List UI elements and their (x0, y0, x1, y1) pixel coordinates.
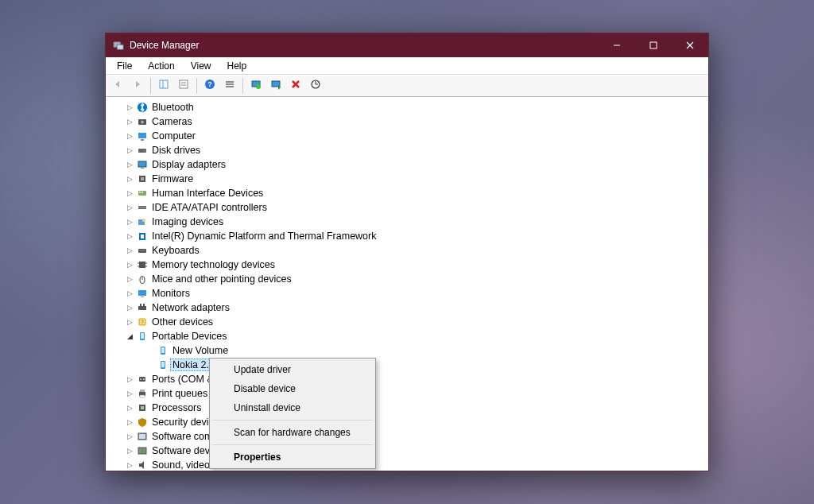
chevron-right-icon[interactable]: ▷ (125, 389, 134, 398)
tree-node-intel-dptf[interactable]: ▷Intel(R) Dynamic Platform and Thermal F… (106, 229, 708, 243)
uninstall-toolbar-button[interactable] (287, 77, 304, 95)
chevron-right-icon[interactable]: ▷ (125, 131, 134, 141)
tree-node-nokia[interactable]: ▷Nokia 2.3 (106, 358, 708, 372)
menu-view[interactable]: View (183, 59, 219, 73)
chevron-right-icon[interactable]: ▷ (125, 417, 134, 427)
printer-icon (136, 387, 149, 400)
chevron-right-icon[interactable]: ▷ (125, 231, 134, 241)
intel-icon (136, 230, 149, 242)
tree-node-computer[interactable]: ▷Computer (106, 129, 708, 143)
properties-toolbar-button[interactable] (175, 77, 192, 95)
chevron-right-icon[interactable]: ▷ (125, 246, 134, 255)
tree-node-print-queues[interactable]: ▷Print queues (106, 386, 708, 401)
tree-node-portable-devices[interactable]: ◢Portable Devices (106, 329, 708, 343)
tree-node-cameras[interactable]: ▷Cameras (106, 114, 708, 129)
chevron-right-icon[interactable]: ▷ (125, 289, 134, 298)
tree-node-keyboards[interactable]: ▷Keyboards (106, 243, 708, 258)
tree-node-label: Computer (152, 130, 196, 142)
device-tree[interactable]: ▷Bluetooth ▷Cameras ▷Computer ▷Disk driv… (106, 97, 708, 471)
device-manager-window: Device Manager File Action View Help (105, 33, 709, 471)
chevron-right-icon[interactable]: ▷ (125, 403, 134, 413)
chevron-right-icon[interactable]: ▷ (125, 446, 134, 456)
chevron-right-icon[interactable]: ▷ (125, 260, 134, 269)
chevron-right-icon[interactable]: ▷ (125, 217, 134, 227)
help-toolbar-button[interactable]: ? (201, 77, 219, 95)
svg-rect-34 (139, 192, 141, 193)
chevron-right-icon[interactable]: ▷ (125, 303, 134, 312)
ctx-update-driver[interactable]: Update driver (211, 360, 374, 379)
chevron-right-icon[interactable]: ▷ (125, 103, 134, 112)
chevron-right-icon[interactable]: ▷ (125, 274, 134, 284)
install-driver-toolbar-button[interactable] (267, 77, 285, 95)
back-button[interactable] (109, 77, 126, 95)
software-device-icon (136, 444, 149, 457)
tree-node-label: Print queues (152, 388, 207, 399)
tree-node-imaging[interactable]: ▷Imaging devices (106, 215, 708, 229)
tree-node-software-components[interactable]: ▷Software com (106, 429, 708, 444)
disk-icon (136, 144, 149, 157)
tree-node-memory[interactable]: ▷Memory technology devices (106, 258, 708, 272)
svg-rect-63 (161, 362, 165, 367)
maximize-button[interactable] (635, 33, 672, 57)
tree-node-label: Keyboards (152, 245, 200, 256)
red-x-icon (290, 79, 301, 93)
tree-node-label: Other devices (152, 316, 213, 328)
chevron-right-icon[interactable]: ▷ (125, 117, 134, 126)
tree-node-software-devices[interactable]: ▷Software dev (106, 444, 708, 458)
tree-node-label: Memory technology devices (152, 259, 275, 270)
chevron-right-icon[interactable]: ▷ (125, 317, 134, 327)
chevron-right-icon[interactable]: ▷ (125, 203, 134, 212)
titlebar[interactable]: Device Manager (106, 33, 708, 57)
tree-node-network[interactable]: ▷Network adapters (106, 300, 708, 315)
other-devices-icon: ? (136, 316, 149, 328)
tree-node-label: New Volume (172, 345, 228, 356)
menu-action[interactable]: Action (140, 59, 182, 73)
window-title: Device Manager (130, 40, 199, 51)
svg-rect-51 (138, 290, 146, 296)
tree-node-display-adapters[interactable]: ▷Display adapters (106, 157, 708, 172)
tree-node-monitors[interactable]: ▷Monitors (106, 286, 708, 300)
software-icon (136, 430, 149, 443)
ctx-properties[interactable]: Properties (211, 448, 374, 467)
chevron-right-icon[interactable]: ▷ (125, 374, 134, 384)
tree-node-label: Processors (152, 402, 202, 413)
close-button[interactable] (672, 33, 708, 57)
show-hide-console-tree-button[interactable] (155, 77, 172, 95)
menu-help[interactable]: Help (219, 59, 255, 73)
tree-node-new-volume[interactable]: ▷New Volume (106, 343, 708, 358)
tree-node-label: Cameras (152, 116, 192, 127)
ctx-disable-device[interactable]: Disable device (211, 379, 374, 398)
tree-node-other[interactable]: ▷?Other devices (106, 315, 708, 329)
menu-file[interactable]: File (109, 59, 140, 73)
chevron-right-icon[interactable]: ▷ (125, 460, 134, 470)
forward-button[interactable] (129, 77, 146, 95)
tree-node-bluetooth[interactable]: ▷Bluetooth (106, 100, 708, 114)
tree-node-disk-drives[interactable]: ▷Disk drives (106, 143, 708, 157)
tree-node-security[interactable]: ▷Security devi (106, 415, 708, 429)
chevron-right-icon[interactable]: ▷ (125, 432, 134, 441)
tree-node-sound[interactable]: ▷Sound, video (106, 458, 708, 471)
svg-rect-3 (650, 42, 657, 48)
scan-hardware-button[interactable] (307, 77, 324, 95)
tree-node-hid[interactable]: ▷Human Interface Devices (106, 186, 708, 200)
sound-icon (136, 459, 149, 471)
chevron-down-icon[interactable]: ◢ (125, 331, 134, 341)
svg-rect-61 (161, 347, 165, 353)
update-driver-toolbar-button[interactable] (247, 77, 265, 95)
tree-node-ide[interactable]: ▷IDE ATA/ATAPI controllers (106, 200, 708, 215)
action-list-button[interactable] (221, 77, 238, 95)
chevron-right-icon[interactable]: ▷ (125, 160, 134, 169)
context-menu: Update driver Disable device Uninstall d… (209, 358, 376, 469)
tree-node-firmware[interactable]: ▷Firmware (106, 172, 708, 186)
tree-node-ports[interactable]: ▷Ports (COM & (106, 372, 708, 386)
chevron-right-icon[interactable]: ▷ (125, 145, 134, 155)
minimize-button[interactable] (599, 33, 635, 57)
tree-node-label: Bluetooth (152, 102, 194, 113)
chevron-right-icon[interactable]: ▷ (125, 174, 134, 184)
ctx-uninstall-device[interactable]: Uninstall device (211, 398, 374, 417)
tree-node-mice[interactable]: ▷Mice and other pointing devices (106, 272, 708, 286)
ctx-scan-hardware[interactable]: Scan for hardware changes (211, 423, 374, 442)
svg-point-24 (141, 121, 144, 124)
tree-node-processors[interactable]: ▷Processors (106, 401, 708, 415)
chevron-right-icon[interactable]: ▷ (125, 188, 134, 198)
